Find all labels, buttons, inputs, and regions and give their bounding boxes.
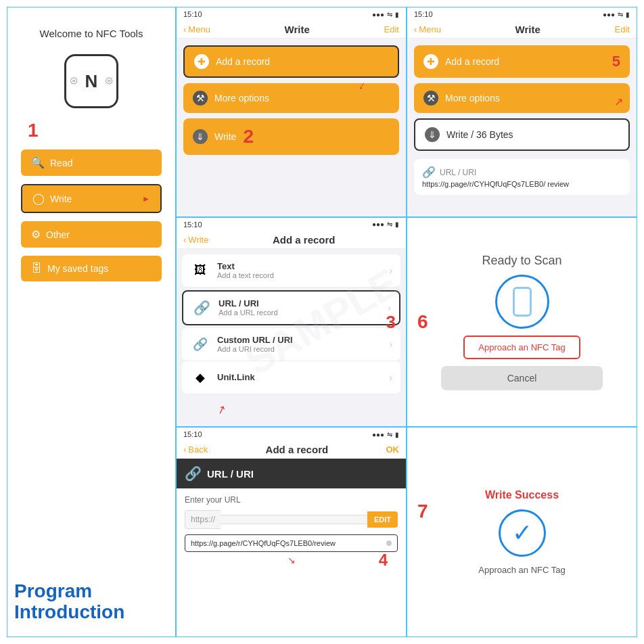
- step-3-label: 3: [386, 312, 396, 333]
- add-record-btn-5[interactable]: ✚ Add a record 5: [414, 45, 630, 78]
- panel-add-record: 15:10 ●●● ⇋ ▮ ‹ Write Add a record 🖼 Tex…: [176, 217, 407, 428]
- status-icons-4: ●●● ⇋ ▮: [372, 431, 399, 438]
- read-icon: 🔍: [31, 156, 45, 169]
- more-options-btn-2[interactable]: ⚒ More options: [183, 83, 399, 113]
- url-uri-record: 🔗 URL / URI https://g.page/r/CYHQfUqFQs7…: [414, 159, 630, 195]
- write-icon: ◯: [32, 192, 45, 205]
- url-input-screen: 15:10 ●●● ⇋ ▮ ‹ Back Add a record OK 🔗 U…: [177, 428, 406, 637]
- nav-bar-2: ‹ Menu Write Edit: [177, 21, 406, 39]
- success-circle: ✓: [499, 509, 546, 557]
- nav-bar-3: ‹ Write Add a record: [177, 231, 406, 249]
- nav-bar-4: ‹ Back Add a record OK: [177, 441, 406, 459]
- status-bar-2: 15:10 ●●● ⇋ ▮: [177, 7, 406, 21]
- step-6-label: 6: [417, 311, 428, 333]
- write-button[interactable]: ◯ Write ►: [21, 184, 162, 213]
- other-button[interactable]: ⚙ Other: [21, 221, 162, 248]
- panel-write-success: 7 Write Success ✓ Approach an NFC Tag: [407, 427, 637, 637]
- write-bytes-btn[interactable]: ⇓ Write / 36 Bytes: [414, 118, 630, 151]
- panel-welcome: Welcome to NFC Tools ⦾ N ⦾ 1 🔍 Read ◯ Wr…: [7, 7, 176, 637]
- scan-circle: [495, 275, 549, 329]
- checkmark-icon: ✓: [512, 519, 532, 547]
- status-icons-2: ●●● ⇋ ▮: [372, 11, 399, 18]
- arrow-3: ↗: [215, 402, 228, 417]
- write-btn-2[interactable]: ⇓ Write 2: [183, 118, 399, 155]
- url-text-area: [221, 515, 367, 524]
- url-form: Enter your URL https:// EDIT https://g.p…: [177, 488, 406, 572]
- status-bar-5: 15:10 ●●● ⇋ ▮: [407, 7, 637, 21]
- step-4-label: 4: [379, 551, 388, 570]
- more-options-btn-5[interactable]: ⚒ More options: [414, 83, 630, 113]
- back-btn-4[interactable]: ‹ Back: [183, 444, 208, 455]
- back-write-3[interactable]: ‹ Write: [183, 235, 208, 245]
- cancel-btn[interactable]: Cancel: [441, 366, 603, 390]
- write-arrow: ►: [142, 194, 150, 204]
- phone-outline: [513, 287, 532, 317]
- chevron-custom: ›: [389, 339, 392, 350]
- url-record-item[interactable]: 🔗 URL / URI Add a URL record ›: [182, 290, 400, 325]
- nfc-icon: ⦾ N ⦾: [64, 54, 118, 108]
- link-icon-5: 🔗: [422, 166, 436, 179]
- approach-nfc-btn[interactable]: Approach an NFC Tag: [463, 336, 580, 359]
- write-screen-content: ✚ Add a record ⚒ More options ⇓ Write 2 …: [177, 39, 406, 216]
- wrench-icon-5: ⚒: [423, 91, 438, 106]
- arrow-5: ↗: [614, 95, 623, 108]
- write-bytes-content: ✚ Add a record 5 ⚒ More options ⇓ Write …: [407, 39, 637, 216]
- saved-tags-button[interactable]: 🗄 My saved tags: [21, 256, 162, 281]
- url-input-row: https:// EDIT: [185, 510, 398, 529]
- welcome-title: Welcome to NFC Tools: [40, 28, 143, 39]
- step-1-label: 1: [28, 120, 39, 141]
- main-grid: Welcome to NFC Tools ⦾ N ⦾ 1 🔍 Read ◯ Wr…: [7, 7, 637, 637]
- saved-tags-icon: 🗄: [31, 262, 42, 275]
- custom-url-item[interactable]: 🔗 Custom URL / URI Add a URI record ›: [182, 328, 400, 361]
- panel-ready-scan: 6 Ready to Scan Approach an NFC Tag Canc…: [407, 217, 637, 428]
- step-7-label: 7: [417, 501, 428, 522]
- download-icon-5: ⇓: [425, 127, 440, 142]
- add-record-phone-screen: 15:10 ●●● ⇋ ▮ ‹ Write Add a record 🖼 Tex…: [177, 218, 406, 427]
- program-text: ProgramIntroduction: [14, 581, 124, 623]
- chevron-text: ›: [389, 265, 392, 276]
- unit-link-icon: ◆: [190, 367, 210, 388]
- write-phone-screen: 15:10 ●●● ⇋ ▮ ‹ Menu Write Edit ✚ Add a …: [177, 7, 406, 216]
- chevron-unit: ›: [389, 372, 392, 383]
- status-icons-5: ●●● ⇋ ▮: [603, 11, 630, 18]
- nav-bar-5: ‹ Menu Write Edit: [407, 21, 637, 39]
- add-record-content: 🖼 Text Add a text record › 🔗 URL / URI A…: [177, 249, 406, 427]
- url-dark-header: 🔗 URL / URI: [177, 459, 406, 488]
- panel-url-input: 15:10 ●●● ⇋ ▮ ‹ Back Add a record OK 🔗 U…: [176, 427, 407, 637]
- n-letter: N: [85, 71, 98, 92]
- add-icon-5: ✚: [423, 54, 438, 69]
- text-doc-icon: 🖼: [190, 260, 210, 281]
- status-bar-3: 15:10 ●●● ⇋ ▮: [177, 218, 406, 231]
- custom-link-icon: 🔗: [190, 334, 210, 354]
- status-bar-4: 15:10 ●●● ⇋ ▮: [177, 428, 406, 441]
- read-button[interactable]: 🔍 Read: [21, 150, 162, 176]
- wrench-icon-2: ⚒: [193, 91, 208, 106]
- panel-write: 15:10 ●●● ⇋ ▮ ‹ Menu Write Edit ✚ Add a …: [176, 7, 407, 217]
- panel-write-bytes: 15:10 ●●● ⇋ ▮ ‹ Menu Write Edit ✚ Add a …: [407, 7, 637, 217]
- link-icon-3: 🔗: [191, 298, 212, 318]
- download-icon-2: ⇓: [193, 129, 208, 144]
- program-intro: ProgramIntroduction: [14, 581, 124, 623]
- add-record-btn-2[interactable]: ✚ Add a record: [183, 45, 399, 78]
- text-record-item[interactable]: 🖼 Text Add a text record ›: [182, 254, 400, 288]
- unit-link-item[interactable]: ◆ Unit.Link ›: [182, 361, 400, 394]
- back-menu-2[interactable]: ‹ Menu: [183, 24, 210, 34]
- step-2-label: 2: [243, 126, 254, 147]
- link-icon-4: 🔗: [185, 465, 202, 482]
- add-icon-2: ✚: [194, 54, 209, 69]
- write-bytes-screen: 15:10 ●●● ⇋ ▮ ‹ Menu Write Edit ✚ Add a …: [407, 7, 637, 216]
- status-icons-3: ●●● ⇋ ▮: [372, 221, 399, 228]
- back-menu-5[interactable]: ‹ Menu: [414, 24, 441, 34]
- step-5-label: 5: [612, 53, 620, 70]
- other-icon: ⚙: [31, 228, 41, 241]
